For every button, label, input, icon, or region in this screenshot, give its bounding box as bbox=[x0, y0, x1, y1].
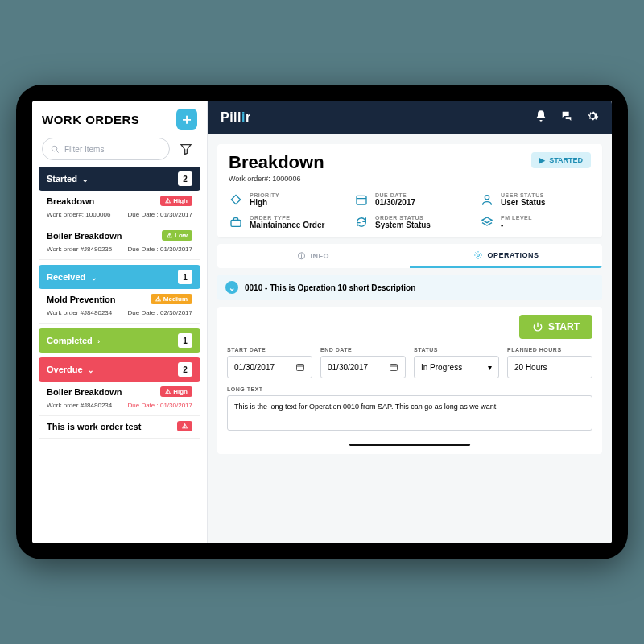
group-overdue: Overdue ⌄ 2 Boiler Breakdown ⚠High Work … bbox=[39, 357, 200, 439]
priority-badge-high: ⚠High bbox=[160, 196, 192, 206]
warning-icon: ⚠ bbox=[167, 232, 172, 239]
field-label: PLANNED HOURS bbox=[507, 347, 592, 353]
card-due: Due Date : 01/30/2017 bbox=[127, 246, 192, 253]
notifications-icon[interactable] bbox=[535, 109, 547, 126]
add-work-order-button[interactable]: ＋ bbox=[176, 109, 197, 130]
work-order-number: Work order#: 1000006 bbox=[229, 175, 324, 183]
work-order-card[interactable]: Breakdown ⚠High Work order#: 1000006 Due… bbox=[39, 191, 200, 225]
chevron-down-icon: ⌄ bbox=[86, 366, 95, 374]
chevron-down-icon: ▾ bbox=[488, 363, 492, 372]
tab-info[interactable]: ⓘ INFO bbox=[217, 244, 410, 268]
sidebar: WORK ORDERS ＋ Filter Items Started ⌄ 2 bbox=[32, 101, 208, 543]
chevron-down-icon: ⌄ bbox=[225, 281, 238, 294]
card-title: Mold Prevention bbox=[47, 295, 116, 304]
work-order-card[interactable]: This is work order test ⚠ bbox=[39, 416, 200, 439]
group-header-overdue[interactable]: Overdue ⌄ 2 bbox=[39, 357, 200, 382]
chat-icon[interactable] bbox=[560, 109, 573, 126]
svg-point-0 bbox=[52, 146, 56, 151]
meta-due-date: DUE DATE01/30/2017 bbox=[354, 192, 465, 207]
count-started: 2 bbox=[178, 171, 192, 186]
work-order-card[interactable]: Mold Prevention ⚠Medium Work order #J848… bbox=[39, 289, 200, 324]
long-text-textarea[interactable]: This is the long text for Operation 0010… bbox=[227, 395, 592, 431]
card-due: Due Date : 02/30/2017 bbox=[127, 309, 192, 316]
meta-order-type: ORDER TYPEMaintainance Order bbox=[229, 215, 340, 229]
power-icon bbox=[532, 321, 543, 332]
operation-title: 0010 - This is Operation 10 short Descri… bbox=[245, 283, 415, 292]
group-header-received[interactable]: Received ⌄ 1 bbox=[39, 265, 200, 289]
calendar-icon bbox=[389, 362, 398, 372]
start-operation-button[interactable]: START bbox=[519, 315, 592, 339]
operation-accordion-header[interactable]: ⌄ 0010 - This is Operation 10 short Desc… bbox=[217, 275, 602, 300]
layers-icon bbox=[480, 215, 494, 229]
card-due: Due Date : 01/30/2017 bbox=[127, 211, 192, 218]
plus-icon: ＋ bbox=[180, 109, 194, 129]
priority-badge-high: ⚠ bbox=[177, 421, 192, 431]
tab-operations[interactable]: OPERATIONS bbox=[410, 244, 602, 268]
info-icon: ⓘ bbox=[298, 251, 306, 262]
svg-rect-12 bbox=[390, 365, 398, 371]
diamond-icon bbox=[229, 192, 243, 207]
group-header-started[interactable]: Started ⌄ 2 bbox=[39, 167, 200, 191]
meta-priority: PRIORITYHigh bbox=[229, 192, 340, 207]
start-date-input[interactable]: 01/30/2017 bbox=[227, 356, 312, 378]
card-order: Work order#: 1000006 bbox=[47, 211, 110, 218]
gear-icon[interactable] bbox=[586, 109, 599, 126]
user-icon bbox=[480, 192, 494, 207]
priority-badge-medium: ⚠Medium bbox=[151, 294, 192, 304]
chevron-right-icon: › bbox=[96, 337, 101, 345]
search-input[interactable]: Filter Items bbox=[42, 138, 170, 160]
operation-body: START START DATE 01/30/2017 END DATE bbox=[217, 307, 602, 454]
calendar-icon bbox=[354, 192, 369, 207]
gear-icon bbox=[473, 250, 483, 260]
chevron-down-icon: ⌄ bbox=[80, 175, 89, 184]
status-badge: ▶ STARTED bbox=[531, 152, 591, 168]
calendar-icon bbox=[295, 362, 305, 372]
play-icon: ▶ bbox=[539, 156, 545, 164]
briefcase-icon bbox=[229, 215, 243, 229]
topbar: Pillir bbox=[208, 101, 612, 134]
card-order: Work order #J8480234 bbox=[47, 309, 112, 316]
card-title: Boiler Breakdown bbox=[47, 387, 122, 397]
chevron-down-icon: ⌄ bbox=[89, 274, 97, 282]
svg-point-6 bbox=[485, 196, 489, 200]
search-icon bbox=[51, 145, 60, 154]
refresh-icon bbox=[354, 215, 369, 229]
meta-pm-level: PM LEVEL- bbox=[480, 215, 591, 229]
group-started: Started ⌄ 2 Breakdown ⚠High Work order#:… bbox=[39, 167, 200, 260]
warning-icon: ⚠ bbox=[182, 423, 188, 430]
detail-tabs: ⓘ INFO OPERATIONS bbox=[217, 244, 602, 268]
planned-hours-input[interactable]: 20 Hours bbox=[507, 356, 592, 378]
field-label: STATUS bbox=[414, 347, 499, 353]
svg-marker-2 bbox=[181, 145, 191, 155]
work-order-card[interactable]: Boiler Breakdown ⚠Low Work order #J84802… bbox=[39, 225, 200, 260]
svg-rect-7 bbox=[231, 220, 241, 226]
count-overdue: 2 bbox=[178, 362, 192, 377]
svg-rect-3 bbox=[231, 195, 240, 204]
work-order-card[interactable]: Boiler Breakdown ⚠High Work order #J8480… bbox=[39, 382, 200, 416]
group-header-completed[interactable]: Completed › 1 bbox=[39, 328, 200, 353]
card-title: This is work order test bbox=[47, 422, 141, 431]
svg-point-9 bbox=[477, 254, 479, 257]
warning-icon: ⚠ bbox=[165, 197, 171, 204]
warning-icon: ⚠ bbox=[155, 295, 161, 303]
field-label: START DATE bbox=[227, 347, 312, 353]
filter-button[interactable] bbox=[175, 138, 197, 160]
sidebar-title: WORK ORDERS bbox=[42, 113, 139, 126]
priority-badge-low: ⚠Low bbox=[162, 230, 192, 241]
svg-marker-8 bbox=[482, 217, 492, 223]
search-placeholder: Filter Items bbox=[64, 145, 104, 154]
work-order-detail: Breakdown Work order#: 1000006 ▶ STARTED… bbox=[217, 144, 602, 237]
end-date-input[interactable]: 01/30/2017 bbox=[320, 356, 406, 378]
meta-order-status: ORDER STATUSSystem Status bbox=[354, 215, 465, 229]
group-completed: Completed › 1 bbox=[39, 328, 200, 353]
filter-icon bbox=[180, 142, 192, 155]
meta-user-status: USER STATUSUser Status bbox=[480, 192, 591, 207]
svg-rect-10 bbox=[297, 365, 304, 371]
card-order: Work order #J8480235 bbox=[47, 246, 112, 253]
home-indicator bbox=[349, 444, 470, 446]
card-due: Due Date : 01/30/2017 bbox=[127, 402, 192, 409]
priority-badge-high: ⚠High bbox=[160, 386, 192, 397]
page-title: Breakdown bbox=[229, 152, 324, 173]
status-select[interactable]: In Progress ▾ bbox=[414, 356, 499, 378]
tablet-device-frame: WORK ORDERS ＋ Filter Items Started ⌄ 2 bbox=[16, 85, 628, 559]
